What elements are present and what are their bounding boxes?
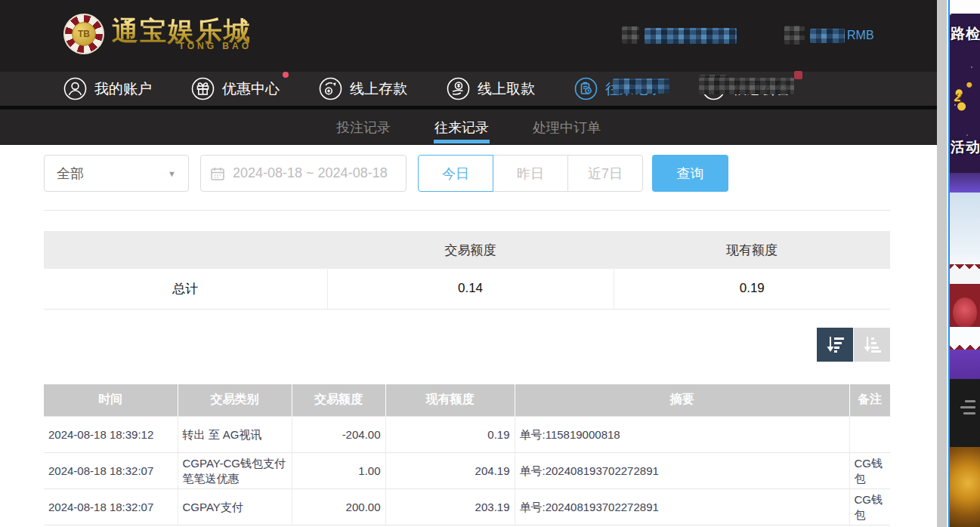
screen: TB 通宝娱乐城 TONG BAO RMB [0,0,980,527]
cell-note [849,417,890,453]
username-blurred [645,28,737,44]
shark-image [950,193,980,350]
content: 全部 ▼ 2024-08-18 ~ 2024-08-18 今日 昨日 近7日 查… [0,145,937,525]
nav-item-my-account[interactable]: 我的账户 [63,77,152,100]
summary-header-row: 交易额度 现有额度 [44,231,890,269]
col-header-amount: 交易额度 [292,384,385,417]
nav-item-deposit[interactable]: 线上存款 [319,77,407,100]
summary-header-empty [44,231,327,269]
summary-total-row: 总计 0.14 0.19 [44,269,890,309]
deposit-icon [319,77,342,100]
records-icon [574,77,598,100]
sort-ascending-button[interactable] [854,328,890,362]
shark-mouth [950,264,980,350]
col-header-note: 备注 [849,384,890,417]
subnav: 投注记录 往来记录 处理中订单 [0,109,937,145]
cell-time: 2024-08-18 18:32:07 [44,489,178,525]
currency-label: RMB [847,29,874,42]
sort-controls [44,328,890,362]
date-range-input[interactable]: 2024-08-18 ~ 2024-08-18 [200,155,407,192]
cell-type: CGPAY-CG钱包支付笔笔送优惠 [178,453,292,489]
cell-balance: 0.19 [385,417,515,453]
side-window-top [950,0,980,14]
summary-total-transaction: 0.14 [327,269,614,309]
vertical-scrollbar[interactable] [937,0,947,527]
summary-total-label: 总计 [44,269,327,309]
sort-ascending-icon [861,334,883,354]
cell-type: 转出 至 AG视讯 [178,417,292,453]
label-blur-patch [699,78,794,94]
user-icon [63,77,87,100]
records-table: 时间 交易类别 交易额度 现有额度 摘要 备注 2024-08-18 18:39… [44,384,890,526]
nav-item-withdraw[interactable]: 线上取款 [447,77,535,100]
col-header-summary: 摘要 [515,384,849,417]
sort-descending-button[interactable] [817,328,853,362]
cell-time: 2024-08-18 18:39:12 [44,417,178,453]
cell-note: CG钱包 [849,453,890,489]
nav-item-announcements[interactable]: 信息公告 [702,77,790,100]
notification-dot [794,71,802,79]
side-window-label: 活动 [951,137,980,157]
summary-header-balance: 现有额度 [614,231,890,269]
sort-descending-icon [824,334,846,354]
main-page: TB 通宝娱乐城 TONG BAO RMB [0,0,937,527]
side-window-label: 路检 [951,24,980,44]
starfield-decoration [950,14,951,15]
main-nav: 我的账户 优惠中心 线上存款 [0,72,937,106]
date-range-value: 2024-08-18 ~ 2024-08-18 [233,165,388,181]
cell-amount: 1.00 [292,453,385,489]
quick-btn-yesterday[interactable]: 昨日 [493,155,568,192]
user-info: RMB [0,0,937,72]
top-header: TB 通宝娱乐城 TONG BAO RMB [0,0,937,72]
gold-graphic-decoration [951,77,977,116]
cell-balance: 203.19 [385,489,515,525]
withdraw-icon [447,77,470,100]
quick-btn-last7days[interactable]: 近7日 [567,155,643,192]
gift-icon [191,77,215,100]
cell-note: CG钱包 [849,489,890,525]
shark-teeth [950,264,980,284]
wallet-icon-blurred [784,26,805,45]
type-select[interactable]: 全部 ▼ [44,155,189,192]
summary-header-transaction: 交易额度 [327,231,614,269]
tab-transaction-records[interactable]: 往来记录 [434,109,489,145]
tab-pending-orders[interactable]: 处理中订单 [533,109,601,145]
banner-highlight [950,173,980,193]
calendar-icon [210,166,225,181]
table-row: 2024-08-18 18:32:07 CGPAY支付 200.00 203.1… [44,489,890,525]
notification-dot [283,72,289,78]
nav-label: 线上取款 [478,79,535,99]
shark-tongue [953,297,977,328]
tab-bet-records[interactable]: 投注记录 [336,109,391,145]
cell-amount: 200.00 [292,489,385,525]
nav-label: 我的账户 [94,79,152,99]
cell-amount: -204.00 [292,417,385,453]
cell-summary: 单号:115819000818 [515,417,849,453]
chevron-down-icon: ▼ [168,169,176,178]
cell-summary: 单号:202408193702272891 [515,453,849,489]
dark-banner [950,379,980,447]
table-row: 2024-08-18 18:32:07 CGPAY-CG钱包支付笔笔送优惠 1.… [44,453,890,489]
summary-total-balance: 0.19 [614,269,890,309]
quick-btn-today[interactable]: 今日 [418,155,493,192]
col-header-type: 交易类别 [178,384,292,417]
cell-time: 2024-08-18 18:32:07 [44,453,178,489]
shark-teeth [950,327,980,350]
type-select-value: 全部 [57,165,84,183]
summary-table: 交易额度 现有额度 总计 0.14 0.19 [44,231,890,310]
nav-item-promotions[interactable]: 优惠中心 [191,77,280,100]
side-window-banner: 路检 活动 [950,14,980,193]
nav-label: 线上存款 [350,79,407,99]
divider [44,210,890,211]
filter-row: 全部 ▼ 2024-08-18 ~ 2024-08-18 今日 昨日 近7日 查… [44,155,890,192]
col-header-time: 时间 [44,384,178,417]
cell-summary: 单号:202408193702272891 [515,489,849,525]
nav-item-transactions[interactable]: 往来记录 [574,77,663,100]
nav-label: 优惠中心 [222,79,280,99]
cell-type: CGPAY支付 [178,489,292,525]
records-header-row: 时间 交易类别 交易额度 现有额度 摘要 备注 [44,384,890,417]
purple-banner [950,350,980,379]
label-blur-patch [613,79,669,94]
search-button[interactable]: 查询 [652,155,728,192]
quick-date-group: 今日 昨日 近7日 [418,155,643,192]
